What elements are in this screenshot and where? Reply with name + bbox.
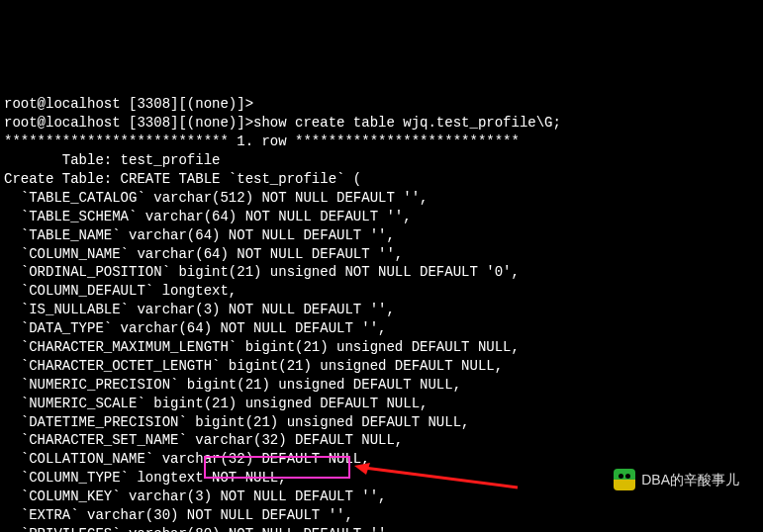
col-def: `COLLATION_NAME` varchar(32) DEFAULT NUL… [4, 451, 370, 467]
col-def: `EXTRA` varchar(30) NOT NULL DEFAULT '', [4, 507, 353, 523]
col-def: `PRIVILEGES` varchar(80) NOT NULL DEFAUL… [4, 526, 395, 532]
col-def: `IS_NULLABLE` varchar(3) NOT NULL DEFAUL… [4, 302, 395, 317]
watermark: DBA的辛酸事儿 [614, 469, 739, 490]
col-def: `CHARACTER_MAXIMUM_LENGTH` bigint(21) un… [4, 339, 520, 355]
prompt-line-1: root@localhost [3308][(none)]> [4, 96, 253, 112]
wechat-logo-icon [614, 469, 635, 490]
col-def: `TABLE_NAME` varchar(64) NOT NULL DEFAUL… [4, 227, 395, 243]
table-name-line: Table: test_profile [4, 152, 220, 168]
col-def: `COLUMN_KEY` varchar(3) NOT NULL DEFAULT… [4, 488, 386, 504]
col-def: `COLUMN_NAME` varchar(64) NOT NULL DEFAU… [4, 246, 403, 262]
col-def: `ORDINAL_POSITION` bigint(21) unsigned N… [4, 264, 520, 280]
col-def: `COLUMN_TYPE` longtext NOT NULL, [4, 470, 287, 486]
col-def: `CHARACTER_SET_NAME` varchar(32) DEFAULT… [4, 432, 403, 448]
terminal-output[interactable]: root@localhost [3308][(none)]> root@loca… [0, 75, 763, 532]
col-def: `NUMERIC_PRECISION` bigint(21) unsigned … [4, 377, 461, 393]
col-def: `COLUMN_DEFAULT` longtext, [4, 283, 237, 299]
create-table-header: Create Table: CREATE TABLE `test_profile… [4, 171, 361, 187]
col-def: `DATA_TYPE` varchar(64) NOT NULL DEFAULT… [4, 320, 386, 336]
prompt-line-2: root@localhost [3308][(none)]>show creat… [4, 115, 561, 131]
col-def: `CHARACTER_OCTET_LENGTH` bigint(21) unsi… [4, 358, 503, 374]
watermark-text: DBA的辛酸事儿 [641, 471, 739, 489]
col-def: `TABLE_SCHEMA` varchar(64) NOT NULL DEFA… [4, 209, 412, 224]
row-separator: *************************** 1. row *****… [4, 133, 520, 149]
col-def: `DATETIME_PRECISION` bigint(21) unsigned… [4, 414, 469, 430]
col-def: `TABLE_CATALOG` varchar(512) NOT NULL DE… [4, 190, 428, 206]
col-def: `NUMERIC_SCALE` bigint(21) unsigned DEFA… [4, 396, 428, 411]
